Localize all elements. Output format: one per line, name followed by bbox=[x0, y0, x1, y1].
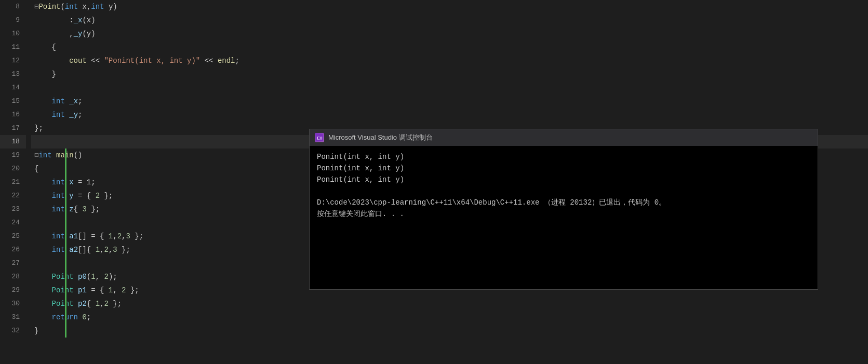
console-hint: 按任意键关闭此窗口. . . bbox=[317, 208, 810, 220]
console-icon: C# bbox=[315, 133, 324, 142]
code-line-32: } bbox=[31, 324, 868, 338]
code-line-16: int _y; bbox=[31, 108, 868, 122]
code-line-11: { bbox=[31, 41, 868, 54]
line-number-22: 22 bbox=[0, 189, 26, 203]
line-number-11: 11 bbox=[0, 41, 26, 54]
line-number-19: 19 bbox=[0, 149, 26, 162]
line-number-28: 28 bbox=[0, 270, 26, 284]
line-number-8: 8 bbox=[0, 0, 26, 14]
code-line-14 bbox=[31, 81, 868, 95]
line-number-15: 15 bbox=[0, 95, 26, 108]
console-title: Microsoft Visual Studio 调试控制台 bbox=[328, 133, 433, 142]
code-line-13: } bbox=[31, 68, 868, 81]
line-number-26: 26 bbox=[0, 243, 26, 257]
code-line-30: Point p2{ 1,2 }; bbox=[31, 297, 868, 311]
svg-text:C#: C# bbox=[317, 136, 323, 141]
console-overlay[interactable]: C# Microsoft Visual Studio 调试控制台 Ponint(… bbox=[309, 129, 818, 290]
code-area[interactable]: ⊟Point(int x,int y) :_x(x) ,_y(y) { cout… bbox=[31, 0, 868, 364]
console-empty-line bbox=[317, 185, 810, 197]
line-number-21: 21 bbox=[0, 176, 26, 189]
console-titlebar: C# Microsoft Visual Studio 调试控制台 bbox=[310, 129, 818, 146]
code-line-12: cout << "Ponint(int x, int y)" << endl; bbox=[31, 54, 868, 68]
code-line-10: ,_y(y) bbox=[31, 27, 868, 41]
console-path: D:\code\2023\cpp-learning\C++11\x64\Debu… bbox=[317, 197, 810, 208]
line-number-9: 9 bbox=[0, 14, 26, 27]
line-number-23: 23 bbox=[0, 203, 26, 216]
line-number-18: 18 bbox=[0, 135, 26, 149]
console-output-1: Ponint(int x, int y) bbox=[317, 151, 810, 163]
console-output-3: Ponint(int x, int y) bbox=[317, 174, 810, 185]
line-number-10: 10 bbox=[0, 27, 26, 41]
line-number-24: 24 bbox=[0, 216, 26, 230]
editor-container: 8910111213141516171819202122232425262728… bbox=[0, 0, 868, 364]
line-number-32: 32 bbox=[0, 324, 26, 338]
line-number-30: 30 bbox=[0, 297, 26, 311]
line-number-27: 27 bbox=[0, 257, 26, 270]
line-number-29: 29 bbox=[0, 284, 26, 297]
line-number-25: 25 bbox=[0, 230, 26, 243]
line-number-20: 20 bbox=[0, 162, 26, 176]
line-numbers-gutter: 8910111213141516171819202122232425262728… bbox=[0, 0, 31, 364]
line-number-12: 12 bbox=[0, 54, 26, 68]
code-line-31: return 0; bbox=[31, 311, 868, 324]
code-line-9: :_x(x) bbox=[31, 14, 868, 27]
console-body: Ponint(int x, int y) Ponint(int x, int y… bbox=[310, 146, 818, 289]
console-output-2: Ponint(int x, int y) bbox=[317, 163, 810, 174]
line-number-14: 14 bbox=[0, 81, 26, 95]
line-number-17: 17 bbox=[0, 122, 26, 135]
code-line-15: int _x; bbox=[31, 95, 868, 108]
line-number-31: 31 bbox=[0, 311, 26, 324]
line-number-16: 16 bbox=[0, 108, 26, 122]
line-number-13: 13 bbox=[0, 68, 26, 81]
code-line-8: ⊟Point(int x,int y) bbox=[31, 0, 868, 14]
